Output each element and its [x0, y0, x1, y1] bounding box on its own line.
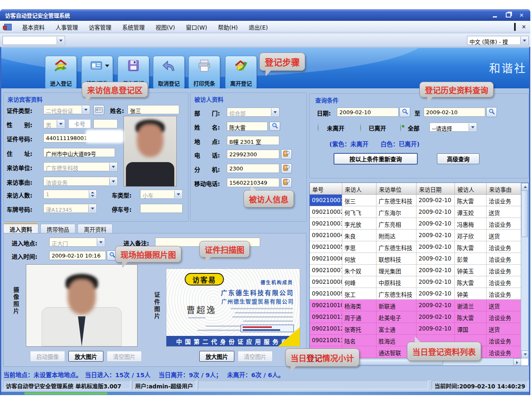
table-cell[interactable]: 张寄托	[342, 323, 376, 335]
radio-left[interactable]	[360, 123, 361, 132]
visit-company-combobox[interactable]: 广东德生科技	[43, 162, 118, 171]
table-cell[interactable]: 杨海类	[342, 300, 376, 311]
tab-entry-info[interactable]: 进入资料	[3, 223, 38, 234]
table-cell[interactable]: 广东德生科技	[376, 288, 417, 300]
chevron-down-icon[interactable]	[88, 205, 96, 212]
table-cell[interactable]: 张工	[342, 288, 376, 300]
table-cell[interactable]: 洽谈业务	[487, 195, 522, 206]
table-cell[interactable]: 送货	[487, 300, 522, 311]
table-row[interactable]: 090210010杨海类新联通2009-02-10谢清兰送货	[310, 300, 528, 311]
chevron-down-icon[interactable]	[57, 120, 64, 128]
table-row[interactable]: 090210005李思广东德生科技2009-02-10陈大雷洽谈业务	[310, 241, 528, 253]
card-no-button[interactable]: 卡号	[68, 119, 91, 128]
scroll-up-icon[interactable]	[521, 183, 529, 191]
visitor-name-field[interactable]: 张三	[128, 105, 179, 114]
scroll-down-icon[interactable]	[521, 350, 529, 358]
scrollbar-thumb[interactable]	[522, 190, 528, 237]
table-cell[interactable]: 送货	[487, 323, 522, 335]
chevron-down-icon[interactable]	[520, 37, 528, 44]
table-cell[interactable]: 送货	[487, 206, 522, 218]
table-cell[interactable]: 周于通	[342, 311, 376, 323]
menu-item-hr[interactable]: 人事管理	[50, 23, 83, 31]
table-row[interactable]: 090210009张工广东德生科技2009-02-10钟美洽谈业务	[310, 288, 528, 300]
table-cell[interactable]: 朱良	[342, 230, 376, 241]
table-cell[interactable]: 钟美	[455, 288, 487, 300]
table-cell[interactable]: 090210006	[310, 253, 342, 265]
chevron-down-icon[interactable]	[271, 108, 279, 116]
table-cell[interactable]: 2009-02-10	[417, 206, 455, 218]
table-cell[interactable]: 洽谈业务	[487, 346, 522, 358]
table-row[interactable]: 090210006何放联想科技2009-02-10彭萱洽谈业务	[310, 253, 528, 265]
chevron-down-icon[interactable]	[109, 163, 117, 170]
clear-photo-button-right[interactable]: 清空图片	[238, 351, 273, 362]
table-cell[interactable]: 2009-02-10	[417, 218, 455, 230]
table-header[interactable]: 来访单位	[376, 183, 417, 194]
table-header[interactable]: 来访日期	[417, 183, 455, 194]
table-cell[interactable]: 洽谈业务	[487, 276, 522, 288]
table-row[interactable]: 090210004朱良附而达2009-02-10邓子欣送货	[310, 230, 528, 241]
table-cell[interactable]: 广东亮相	[376, 218, 417, 230]
print-ticket-button[interactable]: 打印凭条	[188, 56, 220, 88]
table-cell[interactable]: 090210005	[310, 241, 342, 253]
ext-field[interactable]: 2300	[227, 164, 279, 173]
cancel-register-button[interactable]: 取消登记	[153, 56, 185, 88]
chevron-down-icon[interactable]	[469, 123, 476, 131]
table-cell[interactable]: 2009-02-10	[417, 265, 455, 276]
table-cell[interactable]: 广东德生科技	[376, 195, 417, 206]
date-from-field[interactable]: 2009-02-10	[337, 108, 399, 117]
table-row[interactable]: 090210003李光放广东亮相2009-02-10冯惠梅洽谈业务	[310, 218, 528, 230]
close-icon[interactable]: ✕	[517, 11, 526, 19]
table-cell[interactable]: 090210013	[310, 335, 342, 346]
search-person-button[interactable]	[269, 122, 280, 131]
phone-field[interactable]: 22992300	[227, 150, 279, 159]
table-cell[interactable]: 洽谈业务	[487, 288, 522, 300]
zoom-photo-button-left[interactable]: 放大图片	[68, 351, 103, 362]
table-row[interactable]: 090210001张三广东德生科技2009-02-10陈大雷洽谈业务	[310, 195, 528, 206]
place-field[interactable]: B幢 2301 室	[227, 136, 279, 145]
card-reader-button[interactable]	[93, 105, 104, 115]
menu-item-exit[interactable]: 退出(E)	[243, 23, 273, 31]
chevron-down-icon[interactable]	[109, 178, 117, 185]
table-cell[interactable]: 谭玉姣	[455, 206, 487, 218]
date-from-picker-button[interactable]	[399, 107, 410, 117]
vehicle-type-combobox[interactable]: 小车	[140, 190, 183, 199]
table-cell[interactable]: 090210012	[310, 323, 342, 335]
table-cell[interactable]: 朱个奴	[342, 265, 376, 276]
table-cell[interactable]: 2009-02-10	[417, 288, 455, 300]
parking-field[interactable]	[140, 204, 183, 213]
table-cell[interactable]: 2009-02-10	[417, 253, 455, 265]
table-cell[interactable]: 090210007	[310, 265, 342, 276]
table-row[interactable]: 090210002何飞飞广东海尔2009-02-10谭玉姣送货	[310, 206, 528, 218]
table-cell[interactable]: 2009-02-10	[417, 195, 455, 206]
menu-item-visitor[interactable]: 访客管理	[83, 23, 117, 31]
table-cell[interactable]: 送货	[487, 230, 522, 241]
radio-all[interactable]	[400, 123, 401, 132]
language-combobox[interactable]: 中文 (简体) - 搜	[467, 36, 529, 45]
table-cell[interactable]: 洽谈业务	[487, 335, 522, 346]
visited-name-field[interactable]: 陈大雷	[227, 122, 268, 131]
restore-icon[interactable]	[504, 11, 513, 19]
dial-phone-button[interactable]	[281, 149, 292, 159]
requery-button[interactable]: 按以上条件重新查询	[334, 153, 418, 165]
table-header[interactable]: 来访事由	[487, 183, 522, 194]
table-cell[interactable]: 090210011	[310, 311, 342, 323]
plate-combobox[interactable]: 津A12345	[43, 204, 97, 213]
mdi-restore-icon[interactable]	[514, 24, 516, 30]
table-cell[interactable]: 陈大雷	[455, 195, 487, 206]
table-cell[interactable]: 广东德生科技	[376, 241, 417, 253]
chevron-down-icon[interactable]	[82, 106, 89, 113]
vertical-scrollbar[interactable]	[521, 183, 528, 358]
table-cell[interactable]: 新联通	[376, 300, 417, 311]
tab-leave-info[interactable]: 离开资料	[78, 224, 113, 234]
table-cell[interactable]: 洽谈业务	[487, 265, 522, 276]
table-cell[interactable]: 钟美玉	[455, 265, 487, 276]
table-cell[interactable]: 陈大雷	[455, 241, 487, 253]
chevron-down-icon[interactable]	[105, 65, 109, 67]
address-field[interactable]: 广州市中山大道89号	[43, 148, 115, 157]
table-cell[interactable]: 090210004	[310, 230, 342, 241]
table-cell[interactable]: 2009-02-10	[417, 276, 455, 288]
table-cell[interactable]: 何峰	[342, 276, 376, 288]
table-cell[interactable]: 李光放	[342, 218, 376, 230]
clear-photo-button-left[interactable]: 清空图片	[107, 351, 142, 362]
table-cell[interactable]: 何放	[342, 253, 376, 265]
